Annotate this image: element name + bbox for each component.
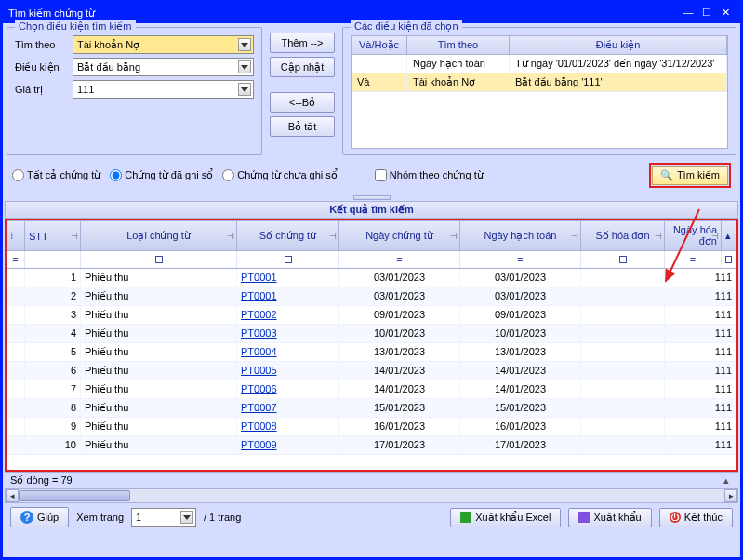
cell-sohd	[581, 343, 665, 361]
col-sohd[interactable]: Số hóa đơn⊣	[581, 221, 665, 250]
pin-icon: ⊣	[227, 232, 234, 241]
scroll-left-icon[interactable]: ◂	[6, 489, 19, 502]
chevron-down-icon[interactable]	[180, 511, 193, 524]
chevron-down-icon[interactable]	[238, 83, 251, 96]
search-button[interactable]: 🔍 Tìm kiếm	[652, 166, 728, 185]
document-link[interactable]: PT0004	[241, 346, 277, 357]
add-button[interactable]: Thêm -->	[270, 33, 335, 53]
input-giatri[interactable]: 111	[73, 80, 254, 99]
radio-label: Chứng từ chưa ghi sổ	[237, 169, 338, 181]
filter-cell[interactable]	[581, 251, 665, 268]
cell-so: PT0003	[237, 325, 339, 342]
col-so[interactable]: Số chứng từ⊣	[237, 221, 339, 250]
cell: Tài khoản Nợ	[407, 73, 510, 91]
grid-row[interactable]: 2Phiếu thuPT000103/01/202303/01/2023111	[7, 287, 736, 306]
grid-row[interactable]: 6Phiếu thuPT000514/01/202314/01/2023111	[7, 362, 736, 380]
condition-row[interactable]: Ngày hạch toán Từ ngày '01/01/2023' đến …	[352, 55, 727, 73]
label-dieukien: Điều kiện	[15, 61, 73, 73]
checkbox-groupby[interactable]: Nhóm theo chứng từ	[375, 169, 484, 181]
condition-row[interactable]: Và Tài khoản Nợ Bắt đầu bằng '111'	[352, 73, 727, 92]
row-indicator	[7, 362, 25, 380]
grid-row[interactable]: 5Phiếu thuPT000413/01/202313/01/2023111	[7, 343, 736, 362]
document-link[interactable]: PT0005	[241, 365, 277, 376]
cell-last: 111	[665, 418, 736, 435]
filter-cell[interactable]	[81, 251, 237, 268]
grid-row[interactable]: 7Phiếu thuPT000614/01/202314/01/2023111	[7, 380, 736, 399]
grid-row[interactable]: 1Phiếu thuPT000103/01/202303/01/2023111	[7, 269, 736, 287]
splitter[interactable]	[5, 193, 738, 201]
grid-row[interactable]: 3Phiếu thuPT000209/01/202309/01/2023111	[7, 306, 736, 325]
button-label: Xuất khẩu Excel	[475, 512, 551, 524]
cell-sohd	[581, 399, 665, 417]
cell-sohd	[581, 325, 665, 342]
horizontal-scrollbar[interactable]: ◂ ▸	[5, 488, 738, 503]
radio-notrecorded[interactable]: Chứng từ chưa ghi sổ	[222, 169, 338, 181]
cell-so: PT0005	[237, 362, 339, 380]
cell-sohd	[581, 362, 665, 380]
filter-cell[interactable]	[237, 251, 339, 268]
help-button[interactable]: ? Giúp	[10, 507, 69, 527]
col-ngayct[interactable]: Ngày chứng từ⊣	[339, 221, 460, 250]
filter-cell[interactable]	[722, 251, 736, 268]
select-dieukien[interactable]: Bắt đầu bằng	[73, 58, 254, 76]
radio-all[interactable]: Tất cả chứng từ	[12, 169, 100, 181]
minimize-button[interactable]: —	[679, 7, 697, 20]
scroll-thumb[interactable]	[19, 490, 130, 501]
chevron-down-icon[interactable]	[238, 60, 251, 73]
document-link[interactable]: PT0008	[241, 420, 277, 432]
col-picker[interactable]: ⁝	[7, 221, 25, 250]
document-link[interactable]: PT0003	[241, 327, 277, 339]
radio-recorded[interactable]: Chứng từ đã ghi sổ	[110, 169, 213, 181]
pin-icon: ⊣	[329, 232, 337, 241]
grid-row[interactable]: 9Phiếu thuPT000816/01/202316/01/2023111	[7, 418, 736, 436]
select-value: Bắt đầu bằng	[77, 61, 140, 73]
cell-loai: Phiếu thu	[81, 418, 237, 435]
filter-cell[interactable]	[25, 251, 81, 268]
update-button[interactable]: Cập nhật	[270, 57, 335, 77]
remove-button[interactable]: <--Bỏ	[270, 92, 335, 113]
col-ngayht[interactable]: Ngày hạch toán⊣	[460, 221, 581, 250]
col-stt[interactable]: STT⊣	[25, 221, 81, 250]
document-link[interactable]: PT0007	[241, 402, 277, 413]
grid-row[interactable]: 10Phiếu thuPT000917/01/202317/01/2023111	[7, 436, 736, 455]
filter-cell[interactable]: =	[339, 251, 460, 268]
maximize-button[interactable]: ☐	[697, 7, 716, 20]
filter-cell[interactable]: =	[665, 251, 722, 268]
export-button[interactable]: Xuất khẩu	[568, 508, 651, 527]
document-link[interactable]: PT0002	[241, 309, 277, 320]
document-link[interactable]: PT0001	[241, 272, 277, 283]
cell-ngayht: 13/01/2023	[460, 343, 581, 361]
cell: Bắt đầu bằng '111'	[510, 73, 727, 91]
filter-cell[interactable]: =	[7, 251, 25, 268]
document-link[interactable]: PT0001	[241, 290, 277, 301]
cell: Ngày hạch toán	[407, 55, 510, 73]
col-label: Số hóa đơn	[595, 230, 649, 242]
close-button[interactable]: ✕	[716, 7, 735, 20]
cell-last: 111	[665, 380, 736, 398]
page-select[interactable]: 1	[131, 508, 196, 527]
filter-cell[interactable]: =	[460, 251, 581, 268]
cell-last: 111	[665, 269, 736, 287]
scroll-right-icon[interactable]: ▸	[724, 489, 737, 502]
grid-row[interactable]: 4Phiếu thuPT000310/01/202310/01/2023111	[7, 325, 736, 343]
collapse-icon[interactable]: ▴	[720, 474, 733, 487]
close-button[interactable]: ⏻ Kết thúc	[659, 508, 733, 527]
grid-row[interactable]: 8Phiếu thuPT000715/01/202315/01/2023111	[7, 399, 736, 418]
document-link[interactable]: PT0006	[241, 383, 277, 394]
footer: ? Giúp Xem trang 1 / 1 trang Xuất khẩu E…	[5, 503, 738, 531]
button-label: Kết thúc	[684, 512, 723, 524]
col-ngayhd[interactable]: Ngày hóa đơn⊣	[665, 221, 722, 250]
remove-all-button[interactable]: Bỏ tất	[270, 116, 335, 137]
cell-last: 111	[665, 399, 736, 417]
select-timtheo[interactable]: Tài khoản Nợ	[73, 35, 254, 54]
col-loai[interactable]: Loại chứng từ⊣	[81, 221, 237, 250]
cell-ngayht: 09/01/2023	[460, 306, 581, 324]
cell-so: PT0007	[237, 399, 339, 417]
chevron-down-icon[interactable]	[238, 38, 251, 51]
export-excel-button[interactable]: Xuất khẩu Excel	[450, 508, 561, 527]
row-indicator	[7, 325, 25, 342]
cell: Và	[352, 73, 407, 91]
cell-ngayct: 09/01/2023	[339, 306, 460, 324]
document-link[interactable]: PT0009	[241, 439, 277, 450]
results-grid: 1Phiếu thuPT000103/01/202303/01/20231112…	[5, 269, 738, 472]
